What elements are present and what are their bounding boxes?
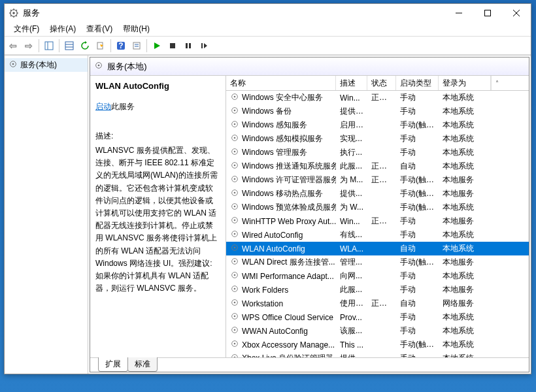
column-desc[interactable]: 描述: [336, 76, 367, 90]
svg-point-56: [234, 302, 236, 304]
svg-point-30: [234, 123, 236, 125]
menu-action[interactable]: 操作(A): [44, 22, 81, 36]
export-button[interactable]: [93, 39, 108, 53]
service-status: 正在...: [367, 298, 396, 309]
service-row[interactable]: WMI Performance Adapt...向网...手动本地系统: [226, 269, 529, 283]
details-button[interactable]: [62, 39, 76, 53]
service-row[interactable]: Windows 感知服务启用 ...手动(触发...本地系统: [226, 118, 529, 132]
minimize-button[interactable]: [444, 4, 473, 22]
services-window: 服务 文件(F) 操作(A) 查看(V) 帮助(H) ⇦ ⇨ ?: [4, 3, 531, 374]
gear-icon: [230, 270, 239, 282]
service-desc: 此服...: [336, 284, 367, 295]
service-startup: 自动: [396, 243, 439, 254]
service-row[interactable]: Windows 移动热点服务提供...手动(触发...本地服务: [226, 187, 529, 201]
service-row[interactable]: Windows 备份提供 ...手动本地系统: [226, 105, 529, 118]
service-desc: 执行...: [336, 147, 367, 158]
service-row[interactable]: Xbox Live 身份验证管理器提供...手动本地系统: [226, 351, 529, 357]
svg-rect-3: [485, 10, 491, 16]
gear-icon: [230, 120, 239, 131]
close-button[interactable]: [502, 4, 531, 22]
svg-point-62: [234, 343, 236, 345]
service-desc: 为 W...: [336, 202, 367, 213]
gear-icon: [230, 257, 239, 268]
toolbar-separator: [110, 39, 111, 52]
service-row[interactable]: Windows 管理服务执行...手动本地系统: [226, 146, 529, 159]
gear-icon: [230, 229, 239, 240]
service-row[interactable]: WPS Office Cloud ServiceProv...手动本地系统: [226, 310, 529, 324]
list-header: 名称 描述 状态 启动类型 登录为 ˄: [226, 76, 529, 91]
svg-text:?: ?: [118, 41, 123, 50]
tab-standard[interactable]: 标准: [127, 357, 158, 372]
forward-button[interactable]: ⇨: [22, 39, 36, 53]
titlebar[interactable]: 服务: [5, 4, 531, 22]
service-row[interactable]: Windows 预览体验成员服务为 W...手动(触发...本地系统: [226, 201, 529, 214]
svg-point-22: [12, 63, 14, 65]
service-desc: 向网...: [336, 270, 367, 282]
gear-icon: [230, 106, 239, 117]
service-startup: 手动: [396, 92, 439, 103]
service-row[interactable]: Workstation使用 ...正在...自动网络服务: [226, 297, 529, 310]
service-desc: 实现...: [336, 133, 367, 144]
service-list[interactable]: Windows 安全中心服务Win...正在...手动本地系统Windows 备…: [226, 91, 529, 357]
gear-icon: [94, 61, 103, 72]
toolbar: ⇦ ⇨ ?: [5, 37, 531, 55]
menu-help[interactable]: 帮助(H): [118, 22, 155, 36]
service-desc: This ...: [336, 340, 367, 350]
tab-extended[interactable]: 扩展: [98, 357, 128, 372]
right-header-title: 服务(本地): [107, 61, 147, 73]
stop-service-button[interactable]: [165, 39, 180, 53]
service-logon: 本地系统: [439, 325, 491, 336]
tree-pane[interactable]: 服务(本地): [5, 56, 88, 374]
service-logon: 本地系统: [439, 202, 491, 213]
app-icon: [8, 8, 19, 18]
toolbar-separator: [59, 39, 59, 52]
service-logon: 本地系统: [439, 133, 491, 144]
pause-service-button[interactable]: [181, 39, 195, 53]
refresh-button[interactable]: [78, 39, 92, 53]
service-logon: 本地服务: [439, 284, 491, 295]
gear-icon: [230, 161, 239, 172]
help-button[interactable]: ?: [114, 39, 128, 53]
service-row[interactable]: Windows 许可证管理器服务为 M...正在...手动(触发...本地服务: [226, 173, 529, 187]
service-row[interactable]: WLAN AutoConfigWLA...自动本地系统: [226, 242, 529, 255]
service-name: Work Folders: [242, 286, 288, 295]
show-hide-tree-button[interactable]: [42, 39, 56, 53]
start-service-button[interactable]: [150, 39, 164, 53]
gear-icon: [230, 188, 239, 199]
tab-strip: 扩展 标准: [90, 357, 529, 372]
maximize-button[interactable]: [473, 4, 502, 22]
service-row[interactable]: Wired AutoConfig有线...手动本地系统: [226, 228, 529, 242]
svg-rect-20: [201, 43, 203, 48]
service-name: Windows 许可证管理器服务: [242, 174, 336, 186]
service-logon: 本地系统: [439, 270, 491, 282]
tree-item-services-local[interactable]: 服务(本地): [5, 58, 88, 72]
toolbar-separator: [39, 39, 39, 52]
service-logon: 本地服务: [439, 174, 491, 186]
service-row[interactable]: Windows 安全中心服务Win...正在...手动本地系统: [226, 91, 529, 105]
start-link[interactable]: 启动: [95, 102, 111, 111]
column-logon[interactable]: 登录为: [439, 76, 491, 90]
column-status[interactable]: 状态: [367, 76, 396, 90]
svg-point-38: [234, 178, 236, 180]
column-startup[interactable]: 启动类型: [396, 76, 439, 90]
service-row[interactable]: Windows 推送通知系统服务此服...正在...自动本地系统: [226, 159, 529, 173]
service-status: 正在...: [367, 92, 396, 103]
service-startup: 手动(触发...: [396, 257, 439, 268]
column-name[interactable]: 名称: [226, 76, 336, 90]
service-row[interactable]: WinHTTP Web Proxy Aut...Win...正在...手动本地服…: [226, 214, 529, 228]
service-row[interactable]: Xbox Accessory Manage...This ...手动(触发...…: [226, 338, 529, 351]
menu-file[interactable]: 文件(F): [8, 22, 44, 36]
service-name: Windows 推送通知系统服务: [242, 161, 336, 172]
service-row[interactable]: Windows 感知模拟服务实现...手动本地系统: [226, 132, 529, 146]
properties-button[interactable]: [129, 39, 144, 53]
gear-icon: [230, 147, 239, 158]
service-row[interactable]: Work Folders此服...手动本地服务: [226, 283, 529, 297]
service-row[interactable]: WLAN Direct 服务连接管...管理...手动(触发...本地服务: [226, 255, 529, 269]
service-logon: 本地系统: [439, 120, 491, 131]
back-button[interactable]: ⇦: [6, 39, 20, 53]
menu-view[interactable]: 查看(V): [81, 22, 118, 36]
service-row[interactable]: WWAN AutoConfig该服...手动本地系统: [226, 324, 529, 338]
restart-service-button[interactable]: [197, 39, 211, 53]
gear-icon: [230, 216, 239, 227]
service-desc: 管理...: [336, 257, 367, 268]
